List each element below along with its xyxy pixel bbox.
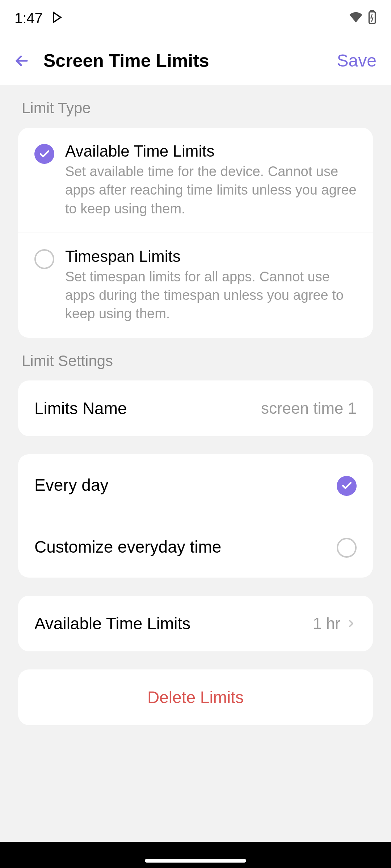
option-customize[interactable]: Customize everyday time: [18, 516, 373, 578]
section-limit-type: Limit Type: [0, 85, 391, 128]
chevron-right-icon: [346, 618, 357, 629]
limits-name-value: screen time 1: [261, 399, 357, 417]
limits-name-card[interactable]: Limits Name screen time 1: [18, 380, 373, 436]
schedule-label: Every day: [34, 475, 109, 495]
option-title: Timespan Limits: [65, 247, 357, 265]
save-button[interactable]: Save: [337, 51, 377, 71]
delete-label: Delete Limits: [36, 688, 355, 707]
limit-type-card: Available Time Limits Set available time…: [18, 128, 373, 338]
app-header: Screen Time Limits Save: [0, 36, 391, 85]
available-time-card[interactable]: Available Time Limits 1 hr: [18, 596, 373, 651]
delete-limits-button[interactable]: Delete Limits: [18, 669, 373, 725]
option-title: Available Time Limits: [65, 142, 357, 160]
limits-name-label: Limits Name: [34, 399, 127, 418]
option-description: Set available time for the device. Canno…: [65, 162, 357, 218]
section-limit-settings: Limit Settings: [0, 338, 391, 380]
status-time: 1:47: [14, 10, 43, 26]
status-bar: 1:47: [0, 0, 391, 36]
home-indicator[interactable]: [145, 859, 246, 863]
back-button[interactable]: [11, 50, 33, 72]
option-timespan[interactable]: Timespan Limits Set timespan limits for …: [18, 233, 373, 338]
play-store-icon: [50, 10, 64, 26]
battery-icon: [368, 10, 377, 26]
radio-unselected-icon: [34, 249, 54, 269]
wifi-icon: [348, 10, 363, 26]
arrow-left-icon: [13, 52, 30, 69]
available-time-label: Available Time Limits: [34, 614, 190, 633]
schedule-card: Every day Customize everyday time: [18, 454, 373, 578]
option-description: Set timespan limits for all apps. Cannot…: [65, 268, 357, 323]
page-title: Screen Time Limits: [43, 50, 337, 71]
option-available-time[interactable]: Available Time Limits Set available time…: [18, 128, 373, 233]
svg-rect-1: [371, 10, 374, 12]
radio-unselected-icon: [337, 538, 357, 558]
available-time-value: 1 hr: [313, 614, 340, 633]
radio-selected-icon: [34, 144, 54, 164]
radio-selected-icon: [337, 476, 357, 496]
option-every-day[interactable]: Every day: [18, 454, 373, 516]
schedule-label: Customize everyday time: [34, 537, 221, 557]
